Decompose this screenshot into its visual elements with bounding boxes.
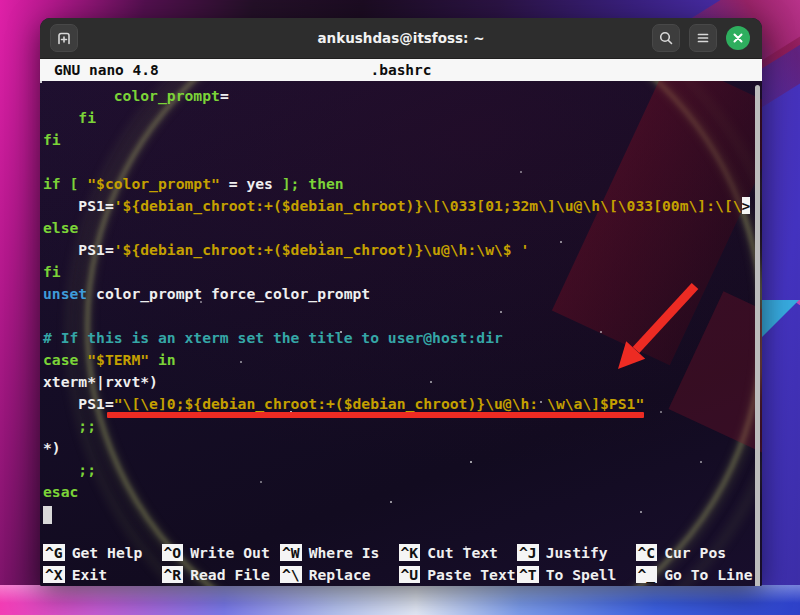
- code-segment: fi: [43, 109, 96, 126]
- annotation-underline: [107, 412, 644, 418]
- shortcut-label: Cur Pos: [664, 544, 726, 561]
- terminal-line: PS1='${debian_chroot:+($debian_chroot)}\…: [43, 239, 762, 261]
- shortcut-label: Justify: [546, 544, 608, 561]
- code-segment: '${debian_chroot:+($debian_chroot)}\u@\h…: [114, 241, 530, 258]
- code-segment: =: [220, 87, 229, 104]
- terminal-line: fi: [43, 261, 762, 283]
- shortcut-label: Exit: [72, 566, 107, 583]
- terminal-lines: color_prompt= fifiif [ "$color_prompt" =…: [40, 81, 762, 525]
- shortcut-read-file: ^RRead File: [162, 563, 281, 585]
- shortcut-key: ^O: [162, 544, 184, 561]
- shortcut-cut-text: ^KCut Text: [399, 541, 518, 563]
- code-segment: unset: [43, 285, 87, 302]
- code-segment: case: [43, 351, 87, 368]
- terminal-line: fi: [43, 129, 762, 151]
- terminal-content[interactable]: color_prompt= fifiif [ "$color_prompt" =…: [40, 81, 762, 586]
- shortcut-key: ^R: [162, 566, 184, 583]
- terminal-line: if [ "$color_prompt" = yes ]; then: [43, 173, 762, 195]
- code-segment: PS1=: [43, 395, 114, 412]
- shortcut-cur-pos: ^CCur Pos: [636, 541, 755, 563]
- wallpaper-shape: [762, 300, 800, 370]
- window-titlebar[interactable]: ankushdas@itsfoss: ~: [40, 18, 762, 59]
- code-segment: '${debian_chroot:+($debian_chroot)}\[\03…: [114, 197, 742, 214]
- shortcut-paste-text: ^UPaste Text: [399, 563, 518, 585]
- shortcut-key: ^U: [399, 566, 421, 583]
- shortcut-label: Paste Text: [427, 566, 515, 583]
- code-segment: ;;: [43, 417, 96, 434]
- shortcut-replace: ^\Replace: [280, 563, 399, 585]
- code-segment: in: [149, 351, 176, 368]
- shortcut-to-spell: ^TTo Spell: [517, 563, 636, 585]
- wallpaper-floor: [0, 585, 800, 615]
- scrollbar[interactable]: [755, 85, 760, 586]
- shortcut-write-out: ^OWrite Out: [162, 541, 281, 563]
- terminal-line: unset color_prompt force_color_prompt: [43, 283, 762, 305]
- shortcut-label: Get Help: [72, 544, 143, 561]
- code-segment: PS1=: [43, 241, 114, 258]
- shortcut-label: To Spell: [546, 566, 617, 583]
- terminal-line: ;;: [43, 415, 762, 437]
- code-segment: ;;: [43, 461, 96, 478]
- shortcut-key: ^G: [43, 544, 65, 561]
- shortcut-key: ^T: [517, 566, 539, 583]
- terminal-line: esac: [43, 481, 762, 503]
- terminal-cursor: [43, 506, 52, 524]
- code-segment: PS1=: [43, 197, 114, 214]
- terminal-line: *): [43, 437, 762, 459]
- terminal-line: else: [43, 217, 762, 239]
- code-segment: fi: [43, 263, 61, 280]
- shortcut-label: Where Is: [309, 544, 380, 561]
- code-segment: [43, 87, 114, 104]
- terminal-line: [43, 151, 762, 173]
- close-icon: [732, 32, 744, 44]
- shortcut-label: Go To Line: [664, 566, 752, 583]
- shortcut-key: ^\: [280, 566, 302, 583]
- terminal-line: PS1='${debian_chroot:+($debian_chroot)}\…: [43, 195, 762, 217]
- shortcut-label: Cut Text: [427, 544, 498, 561]
- code-segment: fi: [43, 131, 61, 148]
- new-tab-button[interactable]: [50, 24, 78, 52]
- search-icon: [658, 30, 674, 46]
- code-segment: >: [742, 197, 751, 214]
- shortcut-label: Replace: [309, 566, 371, 583]
- terminal-line: color_prompt=: [43, 85, 762, 107]
- nano-filename: .bashrc: [40, 59, 762, 81]
- terminal-line: ;;: [43, 459, 762, 481]
- code-segment: # If this is an xterm set the title to u…: [43, 329, 503, 346]
- code-segment: xterm*|rxvt*): [43, 373, 158, 390]
- code-segment: if [: [43, 175, 87, 192]
- hamburger-menu-icon: [695, 30, 711, 46]
- shortcut-justify: ^JJustify: [517, 541, 636, 563]
- shortcut-key: ^W: [280, 544, 302, 561]
- nano-shortcut-bar: ^GGet Help^OWrite Out^WWhere Is^KCut Tex…: [43, 541, 754, 585]
- code-segment: "$color_prompt": [87, 175, 220, 192]
- code-segment: ]; then: [282, 175, 344, 192]
- code-segment: *): [43, 439, 61, 456]
- code-segment: esac: [43, 483, 78, 500]
- terminal-window: ankushdas@itsfoss: ~: [40, 18, 762, 586]
- shortcut-get-help: ^GGet Help: [43, 541, 162, 563]
- code-segment: color_prompt: [114, 87, 220, 104]
- code-segment: color_prompt force_color_prompt: [87, 285, 370, 302]
- shortcut-where-is: ^WWhere Is: [280, 541, 399, 563]
- shortcut-key: ^K: [399, 544, 421, 561]
- code-segment: "\[\e]0;${debian_chroot:+($debian_chroot…: [114, 395, 645, 412]
- shortcut-key: ^J: [517, 544, 539, 561]
- terminal-line: [43, 503, 762, 525]
- nano-header: GNU nano 4.8 .bashrc: [40, 59, 762, 81]
- new-tab-icon: [56, 30, 72, 46]
- shortcut-key: ^C: [636, 544, 658, 561]
- code-segment: "$TERM": [87, 351, 149, 368]
- shortcut-go-to-line: ^_Go To Line: [636, 563, 755, 585]
- code-segment: else: [43, 219, 78, 236]
- code-segment: = yes: [220, 175, 282, 192]
- terminal-line: fi: [43, 107, 762, 129]
- shortcut-exit: ^XExit: [43, 563, 162, 585]
- terminal-line: case "$TERM" in: [43, 349, 762, 371]
- close-button[interactable]: [726, 26, 750, 50]
- search-button[interactable]: [652, 24, 680, 52]
- shortcut-key: ^_: [636, 566, 658, 583]
- menu-button[interactable]: [689, 24, 717, 52]
- terminal-line: # If this is an xterm set the title to u…: [43, 327, 762, 349]
- terminal-line: [43, 305, 762, 327]
